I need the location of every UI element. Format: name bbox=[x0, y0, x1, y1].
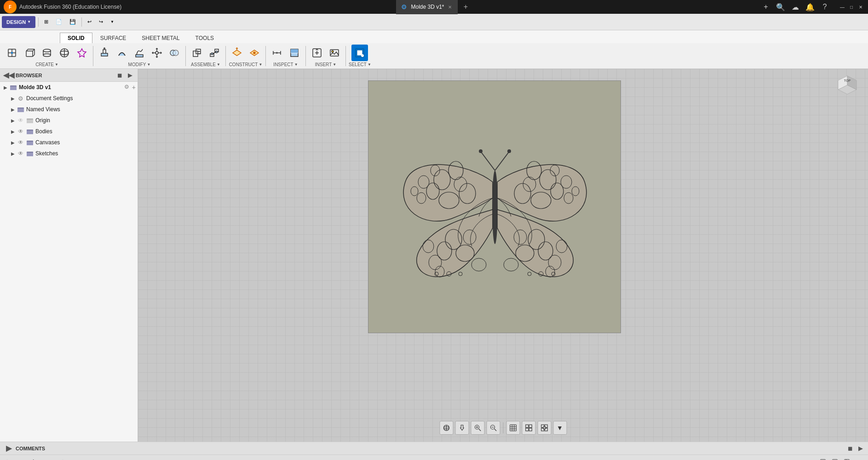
insert-arrow[interactable]: ▼ bbox=[333, 62, 336, 67]
select-btns bbox=[351, 45, 368, 61]
tab-sheet-metal[interactable]: SHEET METAL bbox=[134, 33, 187, 43]
tree-item-doc-settings[interactable]: ▶ ⚙ Document Settings bbox=[0, 93, 138, 104]
browser-push-btn[interactable]: ◼ bbox=[115, 71, 124, 80]
root-add-icon[interactable]: + bbox=[132, 84, 136, 91]
assemble-arrow[interactable]: ▼ bbox=[217, 62, 220, 67]
vc-env-btn[interactable] bbox=[537, 421, 551, 435]
doc-tab-add-button[interactable]: + bbox=[460, 0, 472, 13]
vc-display-btn[interactable] bbox=[506, 421, 520, 435]
tree-expand-named-views[interactable]: ▶ bbox=[9, 106, 17, 113]
undo-btn[interactable]: ↩ bbox=[85, 16, 94, 28]
comments-expand-btn[interactable]: ▶ bbox=[4, 443, 14, 454]
inspect-arrow[interactable]: ▼ bbox=[294, 62, 298, 67]
tree-expand-canvases[interactable]: ▶ bbox=[9, 139, 17, 146]
vc-pan-btn[interactable] bbox=[455, 421, 469, 435]
search-icon-btn[interactable]: 🔍 bbox=[774, 0, 787, 13]
tree-expand-doc-settings[interactable]: ▶ bbox=[9, 95, 17, 102]
cloud-icon-btn[interactable]: ☁ bbox=[789, 0, 802, 13]
undo-arrow-btn[interactable]: ▼ bbox=[108, 16, 117, 28]
grid-icon-btn[interactable]: ⊞ bbox=[41, 16, 51, 28]
vc-zoom-btn[interactable] bbox=[471, 421, 484, 435]
viewport[interactable]: TOP bbox=[138, 69, 868, 442]
nav-cube[interactable]: TOP bbox=[831, 74, 863, 106]
sketches-eye-icon[interactable]: 👁 bbox=[17, 149, 25, 158]
combine-btn[interactable] bbox=[166, 45, 183, 61]
select-btn[interactable] bbox=[351, 45, 368, 61]
vc-zoom-extents-btn[interactable] bbox=[486, 421, 500, 435]
tab-tools[interactable]: TOOLS bbox=[188, 33, 222, 43]
create-sphere-btn[interactable] bbox=[56, 45, 73, 61]
construct-b-btn[interactable] bbox=[246, 45, 263, 61]
root-folder-icon bbox=[9, 83, 17, 91]
doc-tab-active[interactable]: ⚙ Molde 3D v1* ✕ bbox=[396, 0, 457, 14]
construct-arrow[interactable]: ▼ bbox=[259, 62, 262, 67]
tab-surface[interactable]: SURFACE bbox=[92, 33, 134, 43]
browser-options-btn[interactable]: ▶ bbox=[126, 71, 134, 80]
browser-panel: ◀◀ BROWSER ◼ ▶ ▶ Molde 3D v1 ⚙ + bbox=[0, 69, 138, 442]
create-box-btn[interactable] bbox=[21, 45, 38, 61]
anim-play-btn[interactable] bbox=[29, 456, 40, 460]
maximize-button[interactable]: □ bbox=[848, 3, 855, 11]
create-cyl-btn[interactable] bbox=[39, 45, 55, 61]
modify-arrow[interactable]: ▼ bbox=[147, 62, 150, 67]
browser-collapse-btn[interactable]: ◀◀ bbox=[4, 70, 14, 80]
tree-item-root[interactable]: ▶ Molde 3D v1 ⚙ + bbox=[0, 82, 138, 93]
doc-settings-gear-icon: ⚙ bbox=[17, 94, 25, 102]
tree-item-canvases[interactable]: ▶ 👁 Canvases bbox=[0, 137, 138, 148]
anim-time-btn[interactable] bbox=[829, 456, 840, 460]
comments-push-btn[interactable]: ◼ bbox=[846, 444, 854, 453]
comments-options-btn[interactable]: ▶ bbox=[856, 444, 864, 453]
extrude-btn[interactable] bbox=[96, 45, 113, 61]
minimize-button[interactable]: — bbox=[839, 3, 846, 11]
tree-item-named-views[interactable]: ▶ Named Views bbox=[0, 104, 138, 115]
comments-left: ▶ COMMENTS bbox=[4, 443, 45, 454]
notification-icon-btn[interactable]: 🔔 bbox=[804, 0, 816, 13]
vc-env-arrow-btn[interactable]: ▼ bbox=[553, 421, 567, 435]
anim-next-btn[interactable] bbox=[42, 456, 53, 460]
tab-solid[interactable]: SOLID bbox=[60, 33, 92, 43]
modify-b-btn[interactable] bbox=[114, 45, 130, 61]
construct-a-btn[interactable] bbox=[229, 45, 245, 61]
new-file-btn[interactable]: 📄 bbox=[53, 16, 65, 28]
redo-btn[interactable]: ↪ bbox=[96, 16, 106, 28]
tree-item-sketches[interactable]: ▶ 👁 Sketches bbox=[0, 148, 138, 159]
move-btn[interactable] bbox=[149, 45, 165, 61]
tree-expand-sketches[interactable]: ▶ bbox=[9, 150, 17, 157]
assemble-b-btn[interactable] bbox=[206, 45, 223, 61]
select-arrow[interactable]: ▼ bbox=[368, 62, 371, 67]
doc-tab-close[interactable]: ✕ bbox=[448, 5, 452, 10]
bodies-eye-icon[interactable]: 👁 bbox=[17, 127, 25, 136]
design-mode-button[interactable]: DESIGN ▼ bbox=[2, 16, 35, 28]
anim-first-btn[interactable] bbox=[4, 456, 15, 460]
section-analysis-btn[interactable] bbox=[286, 45, 303, 61]
anim-prev-btn[interactable] bbox=[17, 456, 28, 460]
create-sketch-btn[interactable] bbox=[4, 45, 20, 61]
insert-image-btn[interactable] bbox=[326, 45, 343, 61]
root-settings-icon[interactable]: ⚙ bbox=[124, 84, 129, 91]
svg-rect-133 bbox=[529, 425, 532, 427]
add-icon-btn[interactable]: + bbox=[759, 0, 772, 13]
vc-orbit-btn[interactable] bbox=[439, 421, 453, 435]
tree-expand-origin[interactable]: ▶ bbox=[9, 117, 17, 124]
origin-eye-icon[interactable]: 👁 bbox=[17, 116, 25, 125]
save-btn[interactable]: 💾 bbox=[67, 16, 79, 28]
anim-arrow-btn[interactable]: ▶ bbox=[853, 456, 864, 460]
tree-item-origin[interactable]: ▶ 👁 Origin bbox=[0, 115, 138, 126]
anim-last-btn[interactable] bbox=[55, 456, 66, 460]
tree-item-bodies[interactable]: ▶ 👁 Bodies bbox=[0, 126, 138, 137]
anim-frame-btn[interactable] bbox=[817, 456, 828, 460]
canvases-eye-icon[interactable]: 👁 bbox=[17, 138, 25, 147]
tree-expand-bodies[interactable]: ▶ bbox=[9, 128, 17, 135]
assemble-a-btn[interactable] bbox=[189, 45, 205, 61]
tree-expand-root[interactable]: ▶ bbox=[2, 84, 9, 91]
anim-settings-btn[interactable] bbox=[841, 456, 852, 460]
create-special-btn[interactable] bbox=[74, 45, 90, 61]
modify-c-btn[interactable] bbox=[131, 45, 148, 61]
insert-a-btn[interactable] bbox=[309, 45, 325, 61]
create-arrow[interactable]: ▼ bbox=[55, 62, 58, 67]
svg-rect-134 bbox=[525, 428, 528, 431]
help-icon-btn[interactable]: ? bbox=[818, 0, 831, 13]
close-button[interactable]: ✕ bbox=[857, 3, 864, 11]
vc-grid-btn[interactable] bbox=[522, 421, 535, 435]
measure-btn[interactable] bbox=[269, 45, 285, 61]
